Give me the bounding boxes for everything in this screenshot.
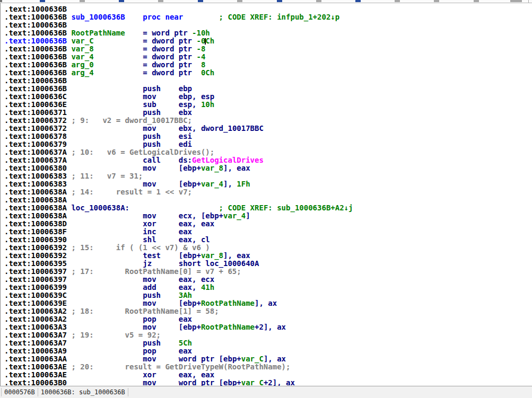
asm-line[interactable]: .text:100063A3 mov [ebp+RootPathName+2],… bbox=[4, 323, 532, 331]
asm-line[interactable]: .text:1000639E mov [ebp+RootPathName], a… bbox=[4, 299, 532, 307]
asm-line[interactable]: .text:100063AA mov word ptr [ebp+var_C],… bbox=[4, 355, 532, 363]
asm-line[interactable]: .text:1000636B arg_0 = dword ptr 8 bbox=[4, 61, 532, 69]
asm-line[interactable]: .text:100063A7 push 5Ch bbox=[4, 339, 532, 347]
status-file-offset: 0000576B bbox=[1, 388, 38, 396]
asm-line[interactable]: .text:10006395 jz short loc_1000640A bbox=[4, 260, 532, 268]
asm-line[interactable]: .text:10006378 push esi bbox=[4, 132, 532, 140]
asm-line[interactable]: .text:1000636E sub esp, 10h bbox=[4, 101, 532, 109]
asm-line[interactable]: .text:100063A9 pop eax bbox=[4, 347, 532, 355]
toolbar-fragment bbox=[40, 0, 45, 2]
asm-line[interactable]: .text:10006372 ; 9: v2 = dword_10017BBC; bbox=[4, 117, 532, 125]
asm-line[interactable]: .text:10006371 push ebx bbox=[4, 109, 532, 117]
asm-line[interactable]: .text:1000636B push ebp bbox=[4, 85, 532, 93]
toolbar-fragment bbox=[395, 0, 400, 2]
asm-line[interactable]: .text:1000636B var_4 = dword ptr -4 bbox=[4, 53, 532, 61]
toolbar-fragment bbox=[474, 0, 479, 2]
asm-line[interactable]: .text:1000636B arg_4 = dword ptr 0Ch bbox=[4, 69, 532, 77]
asm-line[interactable]: .text:1000636B var_C = dword ptr -0Ch bbox=[4, 37, 532, 45]
toolbar-fragment bbox=[237, 0, 242, 2]
toolbar-fragment bbox=[198, 0, 203, 2]
asm-line[interactable]: .text:1000637A call ds:GetLogicalDrives bbox=[4, 156, 532, 164]
toolbar-fragment bbox=[316, 0, 321, 2]
asm-line[interactable]: .text:1000639C push 3Ah bbox=[4, 291, 532, 299]
asm-line[interactable]: .text:10006372 mov ebx, dword_10017BBC bbox=[4, 125, 532, 132]
asm-line[interactable]: .text:1000636B var_8 = dword ptr -8 bbox=[4, 45, 532, 53]
asm-line[interactable]: .text:1000637A ; 10: v6 = GetLogicalDriv… bbox=[4, 148, 532, 156]
toolbar-fragment bbox=[0, 0, 2, 2]
asm-line[interactable]: .text:1000636C mov ebp, esp bbox=[4, 93, 532, 101]
asm-line[interactable]: .text:100063A2 pop eax bbox=[4, 315, 532, 323]
toolbar-fragment bbox=[158, 0, 163, 2]
toolbar-fragment bbox=[80, 0, 85, 2]
status-address-function: 1000636B: sub_1000636B bbox=[38, 388, 128, 396]
toolbar-fragment bbox=[528, 0, 529, 3]
asm-line[interactable]: .text:1000636B sub_1000636B proc near ; … bbox=[4, 13, 532, 21]
asm-line[interactable]: .text:1000636B bbox=[4, 21, 532, 29]
toolbar-fragment bbox=[119, 0, 124, 2]
asm-line[interactable]: .text:100063A7 ; 19: v5 = 92; bbox=[4, 331, 532, 339]
asm-line[interactable]: .text:1000638A mov ecx, [ebp+var_4] bbox=[4, 212, 532, 220]
asm-line[interactable]: .text:1000638A loc_1000638A: ; CODE XREF… bbox=[4, 204, 532, 212]
asm-line[interactable]: .text:100063AE xor eax, eax bbox=[4, 371, 532, 379]
asm-line[interactable]: .text:1000636B bbox=[4, 5, 532, 13]
asm-line[interactable]: .text:10006379 push edi bbox=[4, 140, 532, 148]
asm-line[interactable]: .text:10006383 ; 11: v7 = 31; bbox=[4, 172, 532, 180]
asm-line[interactable]: .text:10006399 add eax, 41h bbox=[4, 284, 532, 291]
asm-line[interactable]: .text:1000636B RootPathName = word ptr -… bbox=[4, 29, 532, 37]
asm-line[interactable]: .text:10006383 mov [ebp+var_4], 1Fh bbox=[4, 180, 532, 188]
asm-line[interactable]: .text:10006392 test [ebp+var_8], eax bbox=[4, 252, 532, 260]
asm-line[interactable]: .text:1000636B bbox=[4, 77, 532, 85]
asm-line[interactable]: .text:10006397 ; 17: RootPathName[0] = v… bbox=[4, 268, 532, 276]
asm-line[interactable]: .text:10006390 shl eax, cl bbox=[4, 236, 532, 244]
asm-line[interactable]: .text:10006397 mov eax, ecx bbox=[4, 276, 532, 284]
asm-line[interactable]: .text:10006380 mov [ebp+var_8], eax bbox=[4, 164, 532, 172]
asm-line[interactable]: .text:10006392 ; 15: if ( (1 << v7) & v6… bbox=[4, 244, 532, 252]
toolbar-fragment bbox=[510, 0, 522, 2]
asm-line[interactable]: .text:1000638A ; 14: result = 1 << v7; bbox=[4, 188, 532, 196]
toolbar-clipped-strip bbox=[0, 0, 532, 3]
asm-line[interactable]: .text:100063AE ; 20: result = GetDriveTy… bbox=[4, 363, 532, 371]
asm-line[interactable]: .text:1000638D xor eax, eax bbox=[4, 220, 532, 228]
disassembly-listing[interactable]: .text:1000636B.text:1000636B sub_1000636… bbox=[0, 3, 532, 386]
asm-line[interactable]: .text:1000638A bbox=[4, 196, 532, 204]
status-bar: 0000576B 1000636B: sub_1000636B bbox=[0, 386, 532, 398]
asm-line[interactable]: .text:100063A2 ; 18: RootPathName[1] = 5… bbox=[4, 307, 532, 315]
toolbar-fragment bbox=[277, 0, 282, 2]
asm-line[interactable]: .text:1000638F inc eax bbox=[4, 228, 532, 236]
toolbar-fragment bbox=[434, 0, 439, 2]
toolbar-fragment bbox=[355, 0, 361, 2]
